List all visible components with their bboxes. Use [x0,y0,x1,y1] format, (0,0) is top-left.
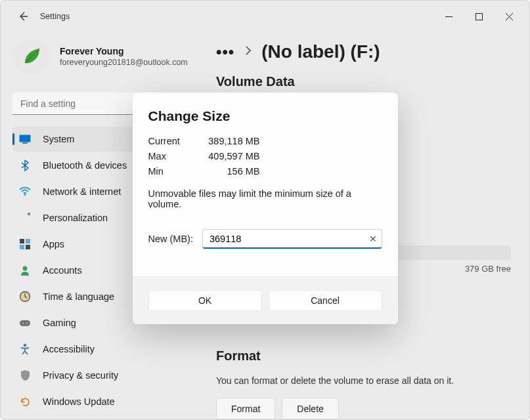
current-label: Current [148,136,198,146]
max-value: 409,597 MB [198,151,260,161]
cancel-button[interactable]: Cancel [269,290,382,311]
clear-input-button[interactable]: ✕ [369,234,377,244]
dialog-overlay: Change Size Current389,118 MB Max409,597… [1,1,529,419]
current-value: 389,118 MB [198,136,260,146]
min-value: 156 MB [198,166,260,177]
max-label: Max [148,151,198,161]
new-size-input[interactable] [202,229,382,249]
new-size-label: New (MB): [148,234,193,244]
min-label: Min [148,166,198,177]
dialog-note: Unmovable files may limit the minimum si… [148,188,382,209]
dialog-title: Change Size [148,108,382,124]
change-size-dialog: Change Size Current389,118 MB Max409,597… [133,93,398,324]
ok-button[interactable]: OK [148,290,262,311]
